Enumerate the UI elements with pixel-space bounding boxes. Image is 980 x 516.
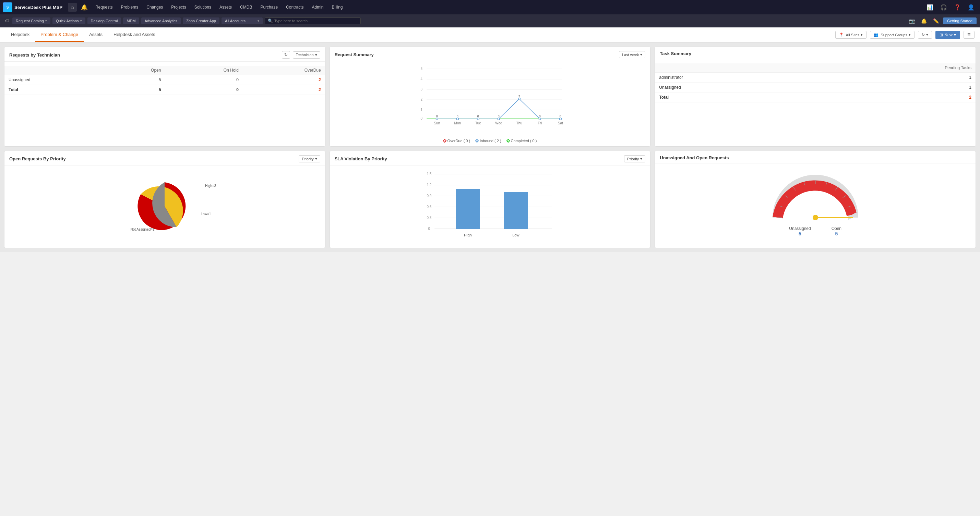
task-row-admin-val: 1 bbox=[808, 73, 975, 83]
svg-point-14 bbox=[457, 118, 458, 120]
tech-dropdown-arrow: ▾ bbox=[315, 53, 317, 57]
request-summary-legend: OverDue ( 0 ) Inbound ( 2 ) Completed ( … bbox=[330, 137, 651, 146]
svg-text:2: 2 bbox=[518, 95, 520, 98]
sla-violation-title: SLA Violation By Priority bbox=[335, 156, 387, 161]
quick-actions-button[interactable]: Quick Actions ▾ bbox=[52, 17, 85, 24]
desktop-central-button[interactable]: Desktop Central bbox=[88, 17, 121, 24]
tab-helpdesk-assets[interactable]: Helpdesk and Assets bbox=[108, 28, 161, 42]
advanced-analytics-button[interactable]: Advanced Analytics bbox=[141, 17, 181, 24]
nav-billing[interactable]: Billing bbox=[328, 3, 346, 11]
svg-text:0: 0 bbox=[477, 114, 479, 118]
brand-logo-icon: S bbox=[3, 2, 12, 12]
svg-text:0: 0 bbox=[559, 114, 561, 118]
table-row: Unassigned 1 bbox=[655, 83, 975, 92]
tech-col-onhold: On Hold bbox=[165, 66, 242, 75]
main-content: Requests by Technician ↻ Technician ▾ Op… bbox=[0, 43, 980, 252]
notifications-icon[interactable]: 🔔 bbox=[78, 3, 91, 12]
task-total-val: 2 bbox=[808, 92, 975, 102]
nav-projects[interactable]: Projects bbox=[168, 3, 189, 11]
menu-button[interactable]: ☰ bbox=[964, 31, 975, 39]
nav-changes[interactable]: Changes bbox=[143, 3, 166, 11]
svg-text:1: 1 bbox=[420, 108, 422, 112]
task-summary-title: Task Summary bbox=[660, 51, 691, 56]
all-accounts-dropdown[interactable]: All Accounts ▾ bbox=[221, 17, 262, 24]
request-summary-arrow: ▾ bbox=[640, 52, 642, 57]
nav-solutions[interactable]: Solutions bbox=[191, 3, 215, 11]
user-icon[interactable]: 👤 bbox=[965, 3, 977, 12]
tech-col-overdue: OverDue bbox=[243, 66, 325, 75]
svg-point-22 bbox=[539, 118, 541, 120]
toolbar: 🏷 Request Catalog ▾ Quick Actions ▾ Desk… bbox=[0, 14, 980, 27]
total-overdue: 2 bbox=[243, 85, 325, 95]
nav-problems[interactable]: Problems bbox=[118, 3, 142, 11]
request-summary-dropdown[interactable]: Last week ▾ bbox=[619, 51, 646, 58]
request-summary-card: Request Summary Last week ▾ 5 4 3 2 1 0 bbox=[329, 47, 651, 147]
task-col-pending: Pending Tasks bbox=[808, 64, 975, 73]
search-box[interactable]: 🔍 bbox=[265, 17, 361, 24]
search-input[interactable] bbox=[274, 19, 358, 23]
tech-table-area: Open On Hold OverDue Unassigned 5 0 2 To… bbox=[5, 62, 325, 98]
nav-contracts[interactable]: Contracts bbox=[283, 3, 307, 11]
legend-low: Low=1 bbox=[198, 212, 211, 216]
tab-assets[interactable]: Assets bbox=[84, 28, 108, 42]
pie-chart-wrapper: High=3 Low=1 Not Assigned=1 bbox=[137, 179, 192, 235]
unassigned-open-header: Unassigned And Open Requests bbox=[655, 151, 975, 164]
svg-text:1.5: 1.5 bbox=[426, 172, 431, 176]
all-sites-button[interactable]: 📍 All Sites ▾ bbox=[835, 31, 867, 39]
svg-text:Mon: Mon bbox=[454, 121, 460, 125]
sla-priority-dropdown[interactable]: Priority ▾ bbox=[624, 155, 645, 162]
legend-not-assigned: Not Assigned=1 bbox=[130, 227, 154, 231]
nav-purchase[interactable]: Purchase bbox=[257, 3, 281, 11]
requests-by-technician-title: Requests by Technician bbox=[9, 52, 60, 57]
nav-requests[interactable]: Requests bbox=[92, 3, 116, 11]
location-icon: 📍 bbox=[839, 33, 844, 37]
brand-logo-area: S ServiceDesk Plus MSP bbox=[3, 2, 62, 12]
legend-inbound: Inbound ( 2 ) bbox=[476, 139, 501, 143]
edit-icon[interactable]: ✏️ bbox=[931, 17, 941, 24]
task-row-unassigned: Unassigned bbox=[655, 83, 808, 92]
brand-name: ServiceDesk Plus MSP bbox=[14, 5, 62, 10]
home-icon[interactable]: ⌂ bbox=[68, 3, 77, 12]
priority-dropdown[interactable]: Priority ▾ bbox=[299, 155, 320, 162]
table-row-total: Total 5 0 2 bbox=[5, 85, 325, 95]
svg-text:Sat: Sat bbox=[558, 121, 563, 125]
total-name: Total bbox=[5, 85, 104, 95]
svg-text:0: 0 bbox=[498, 114, 499, 118]
mdm-button[interactable]: MDM bbox=[123, 17, 139, 24]
table-row-total: Total 2 bbox=[655, 92, 975, 102]
request-catalog-button[interactable]: Request Catalog ▾ bbox=[12, 17, 50, 24]
tab-helpdesk[interactable]: Helpdesk bbox=[5, 28, 35, 42]
refresh-arrow: ▾ bbox=[926, 33, 928, 37]
quick-actions-arrow: ▾ bbox=[80, 19, 82, 22]
nav-admin[interactable]: Admin bbox=[308, 3, 327, 11]
bar-low bbox=[504, 192, 528, 229]
headset-icon[interactable]: 🎧 bbox=[937, 3, 950, 12]
task-total-name: Total bbox=[655, 92, 808, 102]
help-icon[interactable]: ❓ bbox=[951, 3, 964, 12]
getting-started-button[interactable]: Getting Started bbox=[943, 17, 977, 24]
grid-icon: ⊞ bbox=[940, 33, 943, 37]
gauge-svg: 0 1 2 3 4 5 bbox=[767, 167, 864, 223]
task-table: Pending Tasks administrator 1 Unassigned… bbox=[655, 64, 975, 102]
nav-cmdb[interactable]: CMDB bbox=[237, 3, 255, 11]
tab-problem-change[interactable]: Problem & Change bbox=[35, 28, 84, 42]
request-catalog-icon: 🏷 bbox=[3, 19, 10, 23]
new-button[interactable]: ⊞ New ▾ bbox=[935, 31, 960, 39]
tech-dropdown[interactable]: Technician ▾ bbox=[293, 51, 320, 59]
svg-text:0.9: 0.9 bbox=[426, 194, 431, 198]
screenshot-icon[interactable]: 📷 bbox=[907, 17, 917, 24]
svg-text:0: 0 bbox=[428, 227, 430, 230]
row-onhold: 0 bbox=[165, 75, 242, 85]
tech-refresh-button[interactable]: ↻ bbox=[282, 51, 290, 59]
zoho-creator-button[interactable]: Zoho Creator App bbox=[183, 17, 220, 24]
svg-text:Thu: Thu bbox=[516, 121, 522, 125]
open-requests-priority-header: Open Requests By Priority Priority ▾ bbox=[5, 151, 325, 165]
refresh-button[interactable]: ↻ ▾ bbox=[918, 31, 932, 39]
svg-text:Tue: Tue bbox=[475, 121, 481, 125]
gauge-open-label: Open 5 bbox=[832, 226, 842, 237]
bell-icon[interactable]: 🔔 bbox=[919, 17, 929, 24]
nav-assets[interactable]: Assets bbox=[216, 3, 235, 11]
support-groups-button[interactable]: 👥 Support Groups ▾ bbox=[870, 31, 915, 39]
unassigned-open-title: Unassigned And Open Requests bbox=[660, 155, 729, 160]
chart-icon[interactable]: 📊 bbox=[924, 3, 936, 12]
